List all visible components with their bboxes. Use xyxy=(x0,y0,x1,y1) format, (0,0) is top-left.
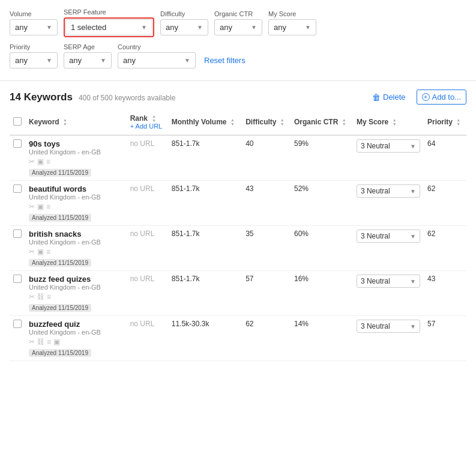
priority-value: 57 xyxy=(427,320,435,328)
my-score-arrow-icon: ▼ xyxy=(410,278,416,285)
difficulty-select[interactable]: any ▼ xyxy=(160,19,208,35)
filter-row-1: Volume any ▼ SERP Feature 1 selected ▼ D… xyxy=(10,8,466,37)
rank-sort-icon[interactable]: ▲▼ xyxy=(152,114,156,123)
rank-cell: no URL xyxy=(127,271,168,316)
header-checkbox[interactable] xyxy=(13,117,22,126)
filters-section: Volume any ▼ SERP Feature 1 selected ▼ D… xyxy=(0,0,476,81)
organic-ctr-sort-icon[interactable]: ▲▼ xyxy=(342,118,346,126)
keywords-header: 14 Keywords 400 of 500 keywords availabl… xyxy=(0,81,476,109)
monthly-volume-value: 851-1.7k xyxy=(172,229,200,238)
delete-button[interactable]: 🗑 Delete xyxy=(367,90,411,105)
organic-ctr-value: 16% xyxy=(294,275,309,283)
keyword-sort-icon[interactable]: ▲▼ xyxy=(63,118,67,126)
priority-cell: 62 xyxy=(424,226,466,271)
th-rank[interactable]: Rank ▲▼ + Add URL xyxy=(127,109,168,135)
rank-cell: no URL xyxy=(127,135,168,181)
keyword-cell: buzzfeed quiz United Kingdom - en-GB ✂⛓≡… xyxy=(25,316,127,361)
keyword-action-icon[interactable]: ✂ xyxy=(29,248,35,256)
difficulty-value: 43 xyxy=(246,184,253,193)
difficulty-cell: 62 xyxy=(242,316,291,361)
my-score-dropdown[interactable]: 3 Neutral ▼ xyxy=(357,184,420,198)
my-score-dropdown[interactable]: 3 Neutral ▼ xyxy=(357,275,420,288)
keyword-action-icon[interactable]: ✂ xyxy=(29,338,35,346)
priority-filter-group: Priority any ▼ xyxy=(10,43,58,68)
keyword-action-icon[interactable]: ▣ xyxy=(53,338,60,346)
monthly-volume-cell: 851-1.7k xyxy=(168,181,242,226)
difficulty-value: 57 xyxy=(246,275,253,283)
keyword-action-icon[interactable]: ≡ xyxy=(47,293,51,301)
th-priority[interactable]: Priority ▲▼ xyxy=(424,109,466,135)
my-score-cell: 3 Neutral ▼ xyxy=(353,226,424,271)
my-score-sort-icon[interactable]: ▲▼ xyxy=(393,118,397,126)
th-monthly-volume[interactable]: Monthly Volume ▲▼ xyxy=(168,109,242,135)
plus-icon: + xyxy=(422,93,430,101)
priority-cell: 62 xyxy=(424,181,466,226)
monthly-volume-cell: 851-1.7k xyxy=(168,135,242,181)
th-organic-ctr[interactable]: Organic CTR ▲▼ xyxy=(291,109,353,135)
keyword-action-icon[interactable]: ▣ xyxy=(37,202,44,211)
monthly-volume-cell: 851-1.7k xyxy=(168,271,242,316)
row-checkbox-cell xyxy=(10,226,25,271)
row-checkbox[interactable] xyxy=(13,184,22,193)
keyword-action-icon[interactable]: ≡ xyxy=(47,338,51,346)
table-row: buzzfeed quiz United Kingdom - en-GB ✂⛓≡… xyxy=(10,316,466,361)
my-score-dropdown[interactable]: 3 Neutral ▼ xyxy=(357,229,420,243)
organic-ctr-cell: 52% xyxy=(291,181,353,226)
priority-select[interactable]: any ▼ xyxy=(10,52,58,68)
my-score-cell: 3 Neutral ▼ xyxy=(353,271,424,316)
rank-cell: no URL xyxy=(127,226,168,271)
keyword-meta: United Kingdom - en-GB xyxy=(29,284,123,291)
th-my-score[interactable]: My Score ▲▼ xyxy=(353,109,424,135)
row-checkbox[interactable] xyxy=(13,229,22,238)
monthly-volume-sort-icon[interactable]: ▲▼ xyxy=(230,118,235,126)
volume-select[interactable]: any ▼ xyxy=(10,19,58,35)
rank-value: no URL xyxy=(130,184,155,193)
filter-row-2: Priority any ▼ SERP Age any ▼ Country an… xyxy=(10,43,466,68)
keyword-tag: Analyzed 11/15/2019 xyxy=(29,169,91,177)
keyword-action-icon[interactable]: ⛓ xyxy=(37,338,44,346)
th-difficulty[interactable]: Difficulty ▲▼ xyxy=(242,109,291,135)
keyword-action-icon[interactable]: ▣ xyxy=(37,157,44,166)
keyword-action-icon[interactable]: ▣ xyxy=(37,248,44,256)
organic-ctr-value: 60% xyxy=(294,229,309,238)
keywords-table-container: Keyword ▲▼ Rank ▲▼ + Add URL Monthly Vol… xyxy=(0,109,476,361)
row-checkbox[interactable] xyxy=(13,320,22,328)
my-score-select[interactable]: any ▼ xyxy=(268,19,316,35)
organic-ctr-cell: 59% xyxy=(291,135,353,181)
my-score-value: 3 Neutral xyxy=(361,322,390,330)
serp-age-select[interactable]: any ▼ xyxy=(64,52,112,68)
row-checkbox[interactable] xyxy=(13,275,22,283)
my-score-arrow-icon: ▼ xyxy=(410,323,416,330)
organic-ctr-value: 14% xyxy=(294,320,309,328)
keyword-action-icon[interactable]: ✂ xyxy=(29,202,35,211)
my-score-dropdown[interactable]: 3 Neutral ▼ xyxy=(357,139,420,153)
keyword-action-icon[interactable]: ≡ xyxy=(46,202,50,211)
my-score-dropdown[interactable]: 3 Neutral ▼ xyxy=(357,320,420,333)
my-score-value: 3 Neutral xyxy=(361,277,390,285)
keyword-action-icon[interactable]: ≡ xyxy=(46,248,50,256)
keyword-meta: United Kingdom - en-GB xyxy=(29,329,123,336)
serp-feature-select[interactable]: 1 selected ▼ xyxy=(65,19,152,35)
add-to-button[interactable]: + Add to... xyxy=(417,90,466,105)
add-url-link[interactable]: + Add URL xyxy=(130,123,164,130)
th-keyword[interactable]: Keyword ▲▼ xyxy=(25,109,127,135)
monthly-volume-value: 851-1.7k xyxy=(172,139,200,148)
reset-filters-link[interactable]: Reset filters xyxy=(204,56,246,68)
priority-value: 43 xyxy=(427,275,435,283)
keyword-action-icon[interactable]: ⛓ xyxy=(37,293,44,301)
keyword-action-icon[interactable]: ✂ xyxy=(29,293,35,301)
my-score-arrow-icon: ▼ xyxy=(305,24,311,31)
keyword-cell: buzz feed quizes United Kingdom - en-GB … xyxy=(25,271,127,316)
keyword-meta: United Kingdom - en-GB xyxy=(29,148,123,156)
priority-sort-icon[interactable]: ▲▼ xyxy=(456,118,460,126)
row-checkbox[interactable] xyxy=(13,139,22,148)
keyword-tag: Analyzed 11/15/2019 xyxy=(29,304,91,312)
keyword-icons: ✂⛓≡▣ xyxy=(29,338,123,346)
organic-ctr-select[interactable]: any ▼ xyxy=(214,19,262,35)
keyword-action-icon[interactable]: ≡ xyxy=(46,157,50,166)
keyword-action-icon[interactable]: ✂ xyxy=(29,157,35,166)
keywords-title-group: 14 Keywords 400 of 500 keywords availabl… xyxy=(10,91,175,103)
keyword-cell: british snacks United Kingdom - en-GB ✂▣… xyxy=(25,226,127,271)
difficulty-sort-icon[interactable]: ▲▼ xyxy=(280,118,285,126)
country-select[interactable]: any ▼ xyxy=(118,52,196,68)
